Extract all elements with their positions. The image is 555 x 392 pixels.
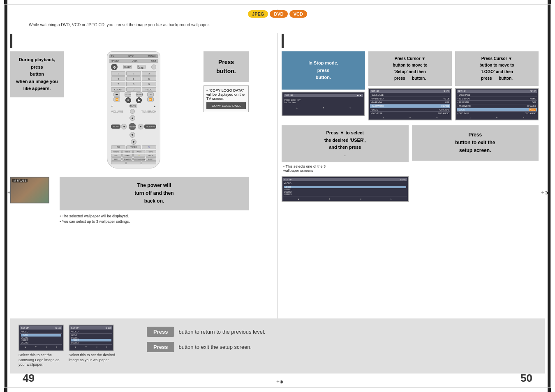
bottom-screen1-item: SET UPS 100 • LOGO LOGO USER 1 USER 2 US… (18, 325, 64, 367)
bottom-screen2-item: SET UPS 100 • LOGO LOGO USER 1 USER 2 US… (69, 325, 126, 362)
tv-screen-2: SET UPS 100 • LANGUAGE • TV DISPLAY4:3 L… (368, 88, 452, 120)
vcd-badge: VCD (289, 10, 307, 18)
press-row-2: Press button to exit the setup screen. (147, 342, 536, 352)
format-badges: JPEG DVD VCD (248, 10, 307, 18)
right-step3: Press Cursor ▼button to move to'LOGO' an… (455, 51, 539, 120)
step-bar-1 (10, 34, 12, 48)
photo-thumbnail: M-PAUSE (10, 177, 49, 203)
press-label-1: Press (147, 327, 174, 337)
left-step1-header (10, 34, 249, 48)
select-user-note: • This selects one of the 3wallpaper scr… (283, 164, 409, 173)
press-button-box: Pressbutton. (204, 51, 249, 82)
bottom-screen2-caption: Select this to set the desired image as … (69, 353, 126, 362)
power-off-box: The power willturn off and thenback on. (60, 177, 249, 210)
right-step5: Pressbutton to exit thesetup screen. (412, 125, 539, 202)
bottom-tv-screen2: SET UPS 100 • LOGO LOGO USER 1 USER 2 US… (69, 325, 114, 351)
right-step1: In Stop mode,pressbutton. SET UP◄ ► Pres… (282, 51, 365, 120)
page-number-right: 50 (520, 372, 532, 385)
crosshair-bottom: ⊕ (276, 378, 283, 385)
center-divider (278, 33, 278, 362)
left-step2-content: M-PAUSE The power willturn off and thenb… (10, 177, 249, 225)
left-section: During playback, pressbuttonwhen an imag… (10, 34, 249, 231)
crosshair-right: ⊕ (541, 189, 548, 196)
right-section: In Stop mode,pressbutton. SET UP◄ ► Pres… (282, 34, 539, 206)
setup-step-box: Press Cursor ▼button to move to'Setup' a… (368, 51, 452, 86)
jpeg-badge: JPEG (248, 10, 268, 18)
left-step1-right: Pressbutton. • "COPY LOGO DATA" will be … (204, 51, 249, 112)
press-text-2: button to exit the setup screen. (178, 344, 252, 350)
in-stop-mode-box: In Stop mode,pressbutton. (282, 51, 365, 90)
press-row-1: Press button to return to the previous l… (147, 327, 536, 337)
press-label-2: Press (147, 342, 174, 352)
dvd-badge: DVD (270, 10, 287, 18)
press-rows: Press button to return to the previous l… (134, 325, 536, 352)
left-step2-right: The power willturn off and thenback on. … (60, 177, 249, 225)
page-number-left: 49 (23, 372, 35, 385)
tv-screen-1: SET UP◄ ► Press Enter keyfor this item ▲… (282, 92, 365, 116)
bottom-tv-screen1: SET UPS 100 • LOGO LOGO USER 1 USER 2 US… (18, 325, 64, 351)
step-bar-right (282, 34, 284, 48)
instruction-during-playback: During playback, pressbuttonwhen an imag… (10, 51, 64, 97)
remote-control-area: TVDVDTUNER RADIOAUXUSB ⏻ SLEEP V-MUTE 1 … (67, 51, 200, 168)
right-step-row1: In Stop mode,pressbutton. SET UP◄ ► Pres… (282, 51, 539, 120)
exit-setup-box: Pressbutton to exit thesetup screen. (412, 125, 539, 161)
bottom-screens: SET UPS 100 • LOGO LOGO USER 1 USER 2 US… (18, 325, 126, 367)
power-off-notes: • The selected wallpaper will be display… (60, 214, 249, 225)
press-text-1: button to return to the previous level. (178, 329, 265, 335)
copy-logo-screen: COPY LOGO DATA (206, 102, 246, 109)
tv-screen-3: SET UPS 100 • LANGUAGE • TV DISPLAYHOME … (455, 88, 539, 120)
page-subtitle: While watching a DVD, VCD or JPEG CD, yo… (29, 23, 210, 27)
right-step2: Press Cursor ▼button to move to'Setup' a… (368, 51, 452, 120)
logo-step-box: Press Cursor ▼button to move to'LOGO' an… (455, 51, 539, 86)
bottom-screen1-caption: Select this to set the Samsung Logo imag… (18, 353, 64, 367)
right-step4: Press ▼ to selectthe desired 'USER',and … (282, 125, 409, 202)
photo-label: M-PAUSE (12, 179, 28, 182)
right-step-row2: Press ▼ to selectthe desired 'USER',and … (282, 125, 539, 202)
bottom-section: SET UPS 100 • LOGO LOGO USER 1 USER 2 US… (10, 318, 545, 374)
copy-logo-note: • "COPY LOGO DATA" will be displayed on … (204, 85, 249, 112)
tv-screen-4: SET UPS 100 • LOGO LOGO USER 1 USER 2 US… (282, 176, 409, 202)
remote-control: TVDVDTUNER RADIOAUXUSB ⏻ SLEEP V-MUTE 1 … (107, 51, 160, 168)
left-step1-content: During playback, pressbuttonwhen an imag… (10, 51, 249, 168)
select-user-box: Press ▼ to selectthe desired 'USER',and … (282, 125, 409, 162)
